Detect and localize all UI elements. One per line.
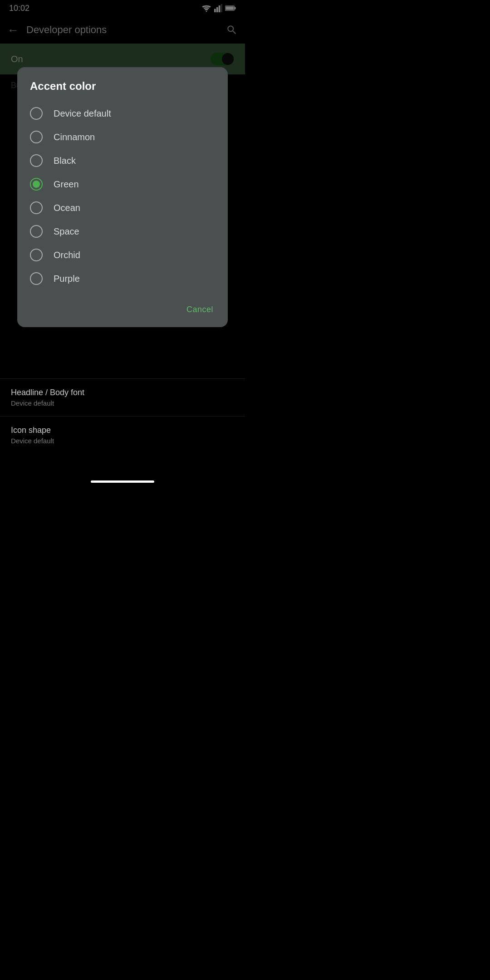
radio-option-orchid[interactable]: Orchid	[30, 243, 215, 267]
radio-circle-green	[30, 178, 43, 191]
radio-circle-space	[30, 225, 43, 238]
radio-option-cinnamon[interactable]: Cinnamon	[30, 125, 215, 149]
icon-shape-subtitle: Device default	[11, 437, 234, 445]
radio-option-black[interactable]: Black	[30, 149, 215, 172]
radio-options-list: Device defaultCinnamonBlackGreenOceanSpa…	[30, 102, 215, 290]
radio-option-purple[interactable]: Purple	[30, 267, 215, 290]
radio-label-purple: Purple	[54, 274, 80, 284]
radio-circle-device-default	[30, 107, 43, 120]
bottom-settings: Headline / Body font Device default Icon…	[0, 378, 245, 454]
radio-circle-cinnamon	[30, 131, 43, 143]
cancel-button[interactable]: Cancel	[185, 301, 215, 318]
radio-label-black: Black	[54, 156, 76, 166]
radio-option-space[interactable]: Space	[30, 220, 215, 243]
font-row[interactable]: Headline / Body font Device default	[0, 378, 245, 416]
radio-circle-ocean	[30, 201, 43, 214]
radio-label-orchid: Orchid	[54, 250, 80, 260]
radio-option-ocean[interactable]: Ocean	[30, 196, 215, 220]
dialog-actions: Cancel	[30, 298, 215, 318]
navigation-bar	[91, 480, 154, 483]
dialog-title: Accent color	[30, 80, 215, 93]
radio-label-ocean: Ocean	[54, 203, 80, 213]
accent-color-dialog: Accent color Device defaultCinnamonBlack…	[17, 67, 228, 327]
radio-label-green: Green	[54, 179, 79, 190]
radio-option-green[interactable]: Green	[30, 172, 215, 196]
radio-circle-black	[30, 154, 43, 167]
radio-label-device-default: Device default	[54, 108, 111, 119]
radio-option-device-default[interactable]: Device default	[30, 102, 215, 125]
font-row-title: Headline / Body font	[11, 388, 234, 397]
radio-label-cinnamon: Cinnamon	[54, 132, 95, 142]
radio-circle-purple	[30, 272, 43, 285]
font-row-subtitle: Device default	[11, 399, 234, 407]
radio-label-space: Space	[54, 226, 79, 237]
icon-shape-title: Icon shape	[11, 426, 234, 435]
icon-shape-row[interactable]: Icon shape Device default	[0, 416, 245, 454]
radio-circle-orchid	[30, 249, 43, 261]
